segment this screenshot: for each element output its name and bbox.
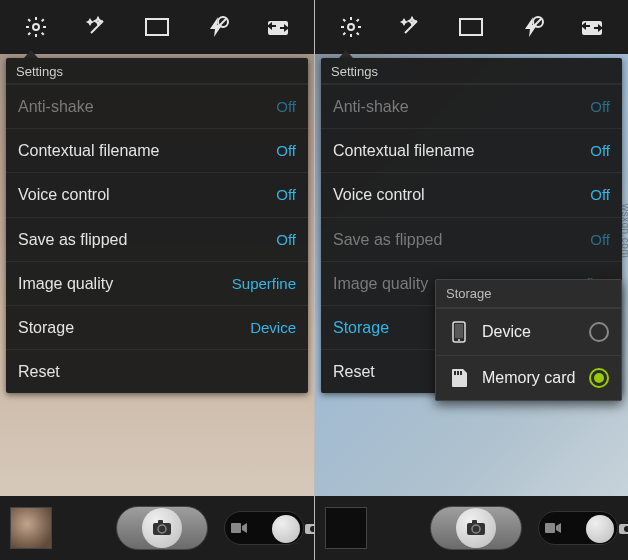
screen-right: Settings Anti-shake Off Contextual filen…	[314, 0, 628, 560]
row-save-as-flipped[interactable]: Save as flipped Off	[321, 217, 622, 261]
radio-unchecked[interactable]	[589, 322, 609, 342]
mode-toggle[interactable]	[538, 511, 618, 545]
svg-rect-24	[472, 520, 477, 524]
row-label: Save as flipped	[18, 230, 127, 249]
row-label: Reset	[333, 362, 375, 381]
video-icon	[545, 520, 561, 538]
svg-rect-21	[460, 371, 462, 375]
row-anti-shake[interactable]: Anti-shake Off	[6, 84, 308, 128]
settings-panel: Settings Anti-shake Off Contextual filen…	[6, 58, 308, 393]
row-value: Off	[590, 231, 610, 248]
row-value: Off	[590, 142, 610, 159]
svg-point-18	[458, 339, 460, 341]
rect-icon[interactable]	[135, 5, 179, 49]
watermark: wsxdn.com	[621, 204, 629, 259]
row-value: Off	[276, 98, 296, 115]
shutter-button[interactable]	[430, 506, 522, 550]
gear-icon[interactable]	[14, 5, 58, 49]
mode-toggle[interactable]	[224, 511, 304, 545]
row-label: Voice control	[18, 185, 110, 204]
storage-dialog: Storage Device Memory card	[435, 279, 622, 401]
svg-point-11	[348, 24, 354, 30]
svg-rect-17	[455, 324, 463, 338]
row-label: Save as flipped	[333, 230, 442, 249]
row-value: Off	[590, 98, 610, 115]
sdcard-icon	[448, 368, 470, 388]
storage-option-memory-card[interactable]: Memory card	[436, 355, 621, 400]
mode-knob	[272, 515, 300, 543]
row-label: Storage	[18, 318, 74, 337]
svg-line-3	[220, 19, 227, 26]
row-voice-control[interactable]: Voice control Off	[321, 172, 622, 216]
svg-rect-25	[545, 523, 555, 533]
svg-rect-8	[231, 523, 241, 533]
camera-icon	[305, 520, 314, 538]
row-anti-shake[interactable]: Anti-shake Off	[321, 84, 622, 128]
row-label: Storage	[333, 318, 389, 337]
row-value: Off	[590, 186, 610, 203]
svg-rect-12	[460, 19, 482, 35]
row-label: Contextual filename	[18, 141, 159, 160]
mode-knob	[586, 515, 614, 543]
rect-icon[interactable]	[449, 5, 493, 49]
gallery-thumbnail[interactable]	[10, 507, 52, 549]
row-value: Device	[250, 319, 296, 336]
svg-rect-19	[454, 371, 456, 375]
svg-rect-20	[457, 371, 459, 375]
bottom-bar	[0, 496, 314, 560]
storage-option-label: Device	[482, 323, 577, 341]
row-label: Image quality	[333, 274, 428, 293]
camera-icon	[619, 520, 628, 538]
storage-option-device[interactable]: Device	[436, 308, 621, 355]
wand-icon[interactable]	[75, 5, 119, 49]
panel-arrow	[24, 50, 38, 58]
row-save-as-flipped[interactable]: Save as flipped Off	[6, 217, 308, 261]
svg-rect-7	[158, 520, 163, 524]
wand-icon[interactable]	[389, 5, 433, 49]
gear-icon[interactable]	[329, 5, 373, 49]
row-value: Off	[276, 231, 296, 248]
row-image-quality[interactable]: Image quality Superfine	[6, 261, 308, 305]
screen-left: Settings Anti-shake Off Contextual filen…	[0, 0, 314, 560]
flash-off-icon[interactable]	[195, 5, 239, 49]
radio-checked[interactable]	[589, 368, 609, 388]
row-label: Image quality	[18, 274, 113, 293]
video-icon	[231, 520, 247, 538]
phone-icon	[448, 321, 470, 343]
row-value: Superfine	[232, 275, 296, 292]
panel-title: Settings	[6, 58, 308, 84]
flash-off-icon[interactable]	[510, 5, 554, 49]
panel-arrow	[339, 50, 353, 58]
row-label: Contextual filename	[333, 141, 474, 160]
svg-point-6	[158, 525, 166, 533]
gallery-thumbnail[interactable]	[325, 507, 367, 549]
switch-camera-icon[interactable]	[570, 5, 614, 49]
top-toolbar	[315, 0, 628, 54]
row-contextual-filename[interactable]: Contextual filename Off	[321, 128, 622, 172]
switch-camera-icon[interactable]	[256, 5, 300, 49]
svg-rect-1	[146, 19, 168, 35]
row-label: Reset	[18, 362, 60, 381]
svg-point-0	[33, 24, 39, 30]
svg-point-23	[472, 525, 480, 533]
svg-line-14	[534, 19, 541, 26]
storage-option-label: Memory card	[482, 369, 577, 387]
row-reset[interactable]: Reset	[6, 349, 308, 393]
top-toolbar	[0, 0, 314, 54]
storage-dialog-title: Storage	[436, 280, 621, 308]
row-value: Off	[276, 186, 296, 203]
row-label: Anti-shake	[333, 97, 409, 116]
bottom-bar	[315, 496, 628, 560]
row-contextual-filename[interactable]: Contextual filename Off	[6, 128, 308, 172]
row-storage[interactable]: Storage Device	[6, 305, 308, 349]
row-label: Anti-shake	[18, 97, 94, 116]
shutter-button[interactable]	[116, 506, 208, 550]
panel-title: Settings	[321, 58, 622, 84]
row-value: Off	[276, 142, 296, 159]
row-label: Voice control	[333, 185, 425, 204]
row-voice-control[interactable]: Voice control Off	[6, 172, 308, 216]
